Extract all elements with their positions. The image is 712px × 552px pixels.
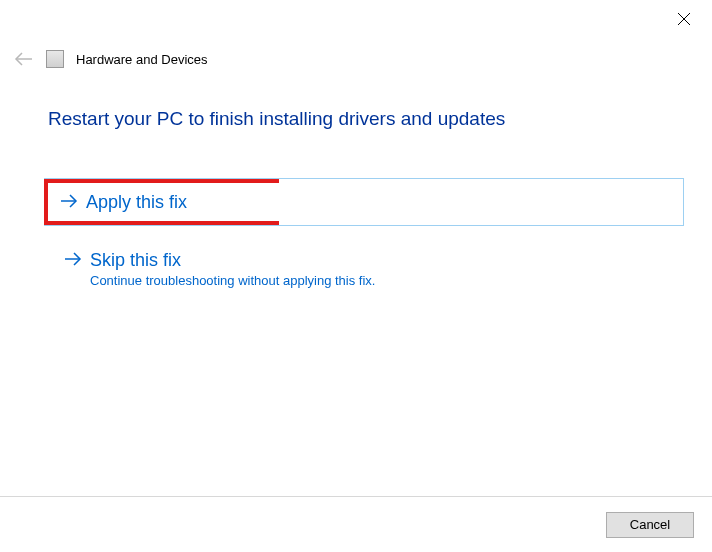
option-skip-subtitle: Continue troubleshooting without applyin… [90, 273, 375, 288]
titlebar [0, 0, 712, 38]
header: Hardware and Devices [14, 50, 208, 68]
arrow-right-icon [64, 250, 82, 271]
troubleshooter-icon [46, 50, 64, 68]
cancel-button[interactable]: Cancel [606, 512, 694, 538]
footer: Cancel [0, 496, 712, 552]
option-apply-label: Apply this fix [86, 192, 187, 213]
arrow-right-icon [60, 192, 78, 213]
highlight-box: Apply this fix [44, 179, 279, 225]
option-skip-label: Skip this fix [90, 250, 375, 271]
cancel-button-label: Cancel [630, 517, 670, 532]
option-apply-fix[interactable]: Apply this fix [44, 178, 684, 226]
close-icon [678, 13, 690, 25]
back-button[interactable] [14, 52, 34, 66]
main-heading: Restart your PC to finish installing dri… [48, 108, 684, 130]
arrow-left-icon [14, 52, 34, 66]
close-button[interactable] [672, 7, 696, 31]
page-title: Hardware and Devices [76, 52, 208, 67]
content: Restart your PC to finish installing dri… [48, 108, 684, 312]
option-skip-fix[interactable]: Skip this fix Continue troubleshooting w… [48, 240, 684, 298]
